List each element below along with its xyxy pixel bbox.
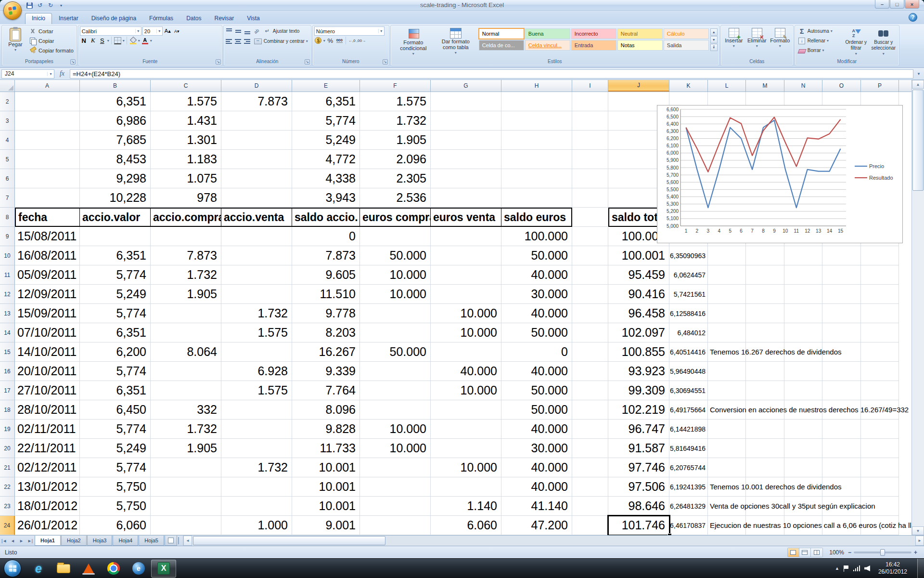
cell-I5[interactable] [572,150,608,169]
cell-D16[interactable]: 6.928 [221,362,292,381]
conditional-formatting-button[interactable]: Formato condicional ▾ [392,26,435,57]
row-header-3[interactable]: 3 [0,111,15,131]
row-header-4[interactable]: 4 [0,131,15,150]
cell-A6[interactable] [15,169,80,188]
cell-E20[interactable]: 11.733 [292,439,360,458]
fill-button[interactable]: Rellenar▾ [796,36,843,45]
cell-D17[interactable]: 1.575 [221,381,292,400]
taskbar-excel[interactable] [151,560,176,578]
cell-G2[interactable] [431,92,501,111]
cell-L10[interactable] [708,246,746,265]
currency-format-button[interactable] [315,37,321,44]
row-header-24[interactable]: 24 [0,516,15,535]
cell-D24[interactable]: 1.000 [221,516,292,535]
scroll-down-button[interactable]: ▼ [912,526,924,535]
maximize-button[interactable] [890,0,904,9]
font-dialog-launcher[interactable] [216,59,221,65]
cell-D21[interactable]: 1.732 [221,458,292,477]
cell-B19[interactable]: 5,774 [80,420,151,439]
row-header-21[interactable]: 21 [0,458,15,477]
cell-G6[interactable] [431,169,501,188]
cell-C13[interactable] [151,304,221,323]
cell-C7[interactable]: 978 [151,188,221,208]
scroll-right-button[interactable]: ► [915,536,924,546]
cell-B15[interactable]: 6,200 [80,342,151,362]
cell-B23[interactable]: 5,750 [80,497,151,516]
cell-E3[interactable]: 5,774 [292,111,360,131]
cell-D18[interactable] [221,400,292,420]
cell-G13[interactable]: 10.000 [431,304,501,323]
cell-E18[interactable]: 8.096 [292,400,360,420]
cell-F2[interactable]: 1.575 [360,92,431,111]
cell-style-celda-vincul-[interactable]: Celda vincul... [525,40,570,51]
cell-A8[interactable]: fecha [15,208,80,227]
cell-K10[interactable]: 6,35090963 [669,246,708,265]
cell-E9[interactable]: 0 [292,227,360,246]
font-color-button[interactable] [141,37,149,44]
cell-style-celda-de-co-[interactable]: Celda de co... [479,40,524,51]
action-center-icon[interactable] [844,565,849,572]
cell-I15[interactable] [572,342,608,362]
cell-style-c-lculo[interactable]: Cálculo [664,28,709,39]
name-box[interactable]: J24 ▾ [1,69,54,79]
row-header-7[interactable]: 7 [0,188,15,208]
cell-H13[interactable]: 40.000 [501,304,572,323]
row-header-8[interactable]: 8 [0,208,15,227]
cell-L12[interactable] [708,285,746,304]
cell-N12[interactable] [784,285,822,304]
cell-B9[interactable] [80,227,151,246]
cell-B5[interactable]: 8,453 [80,150,151,169]
cell-N21[interactable] [784,458,822,477]
cell-J13[interactable]: 96.458 [608,304,669,323]
insert-worksheet-tab[interactable] [165,536,177,546]
ribbon-tab-diseño-de-página[interactable]: Diseño de página [85,13,142,24]
cell-I11[interactable] [572,265,608,285]
cell-D8[interactable]: accio.venta [221,208,292,227]
cell-D22[interactable] [221,477,292,497]
scroll-left-button[interactable]: ◄ [183,536,192,546]
horizontal-scrollbar[interactable]: ◄ ► [183,536,924,546]
cell-A10[interactable]: 16/08/2011 [15,246,80,265]
percent-format-button[interactable] [326,37,334,44]
cell-C21[interactable] [151,458,221,477]
cell-K19[interactable]: 6,14421898 [669,420,708,439]
row-header-6[interactable]: 6 [0,169,15,188]
cell-E8[interactable]: saldo accio. [292,208,360,227]
cell-H23[interactable]: 41.140 [501,497,572,516]
cell-E6[interactable]: 4,338 [292,169,360,188]
cell-L21[interactable] [708,458,746,477]
cell-E16[interactable]: 9.339 [292,362,360,381]
cell-H14[interactable]: 50.000 [501,323,572,342]
cell-G14[interactable]: 10.000 [431,323,501,342]
cell-D5[interactable] [221,150,292,169]
format-cells-button[interactable]: Formato▾ [769,26,792,50]
wrap-text-button[interactable]: Ajustar texto [262,26,301,36]
cell-G5[interactable] [431,150,501,169]
cell-I14[interactable] [572,323,608,342]
cell-L23[interactable]: Venta de opciones 30call y 35put según e… [708,497,746,516]
cell-J18[interactable]: 102.219 [608,400,669,420]
cell-I7[interactable] [572,188,608,208]
vertical-scrollbar[interactable]: ▲ ▼ [911,80,924,535]
thousands-format-button[interactable] [335,37,344,44]
cell-D4[interactable] [221,131,292,150]
cell-H17[interactable]: 50.000 [501,381,572,400]
cell-O16[interactable] [822,362,861,381]
sort-filter-button[interactable]: Ordenar y filtrar▾ [843,26,870,57]
cell-E24[interactable]: 9.001 [292,516,360,535]
tab-splitter[interactable] [178,537,182,544]
row-header-12[interactable]: 12 [0,285,15,304]
embedded-chart[interactable]: 5,0005,1005,2005,3005,4005,5005,6005,700… [657,105,903,243]
insert-cells-button[interactable]: Insertar▾ [722,26,745,50]
cell-B8[interactable]: accio.valor [80,208,151,227]
cell-F5[interactable]: 2.096 [360,150,431,169]
cell-B17[interactable]: 6,351 [80,381,151,400]
cell-H5[interactable] [501,150,572,169]
cell-A12[interactable]: 12/09/2011 [15,285,80,304]
cell-A23[interactable]: 18/01/2012 [15,497,80,516]
cell-C18[interactable]: 332 [151,400,221,420]
row-header-22[interactable]: 22 [0,477,15,497]
format-as-table-button[interactable]: Dar formato como tabla ▾ [435,26,477,56]
cell-I22[interactable] [572,477,608,497]
cell-style-salida[interactable]: Salida [664,40,709,51]
